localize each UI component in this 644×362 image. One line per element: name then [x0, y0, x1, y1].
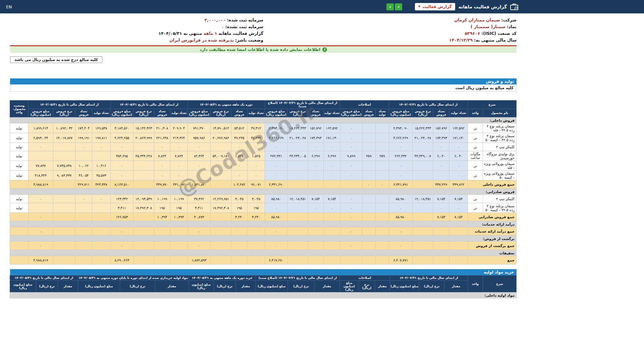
nav-arrow-right-button[interactable]: › — [395, 3, 402, 10]
value-cell — [92, 213, 110, 221]
product-row: سیمان پرتلند نوع ۲ رده ۴۲.۵ - کیسه ۵۰تن۰… — [10, 203, 516, 213]
column-header: واحد — [468, 109, 483, 117]
value-cell — [362, 195, 376, 203]
column-group-header: خرید دوره یک ماهه منتهی به ۱۴۰۴/۰۵/۳۱ — [189, 276, 256, 281]
value-cell: ۰ — [340, 161, 362, 171]
unit-cell: تن — [468, 195, 483, 203]
section-label: درآمد ارائه خدمات: — [10, 221, 516, 227]
column-header: مقدار — [444, 281, 468, 292]
value-cell — [323, 227, 340, 236]
product-name: سیمان پوزولانی ویژه - کیسه ۵۰ — [483, 171, 517, 180]
product-name: کلینکر تیپ ۲ — [483, 143, 517, 151]
value-cell — [323, 256, 340, 264]
value-cell: ۱۲,۰۹۳,۵۳۹ — [133, 195, 154, 203]
column-header: تعداد فروش — [362, 109, 376, 117]
value-cell: ۷,۱۵۴ — [449, 213, 468, 221]
value-cell — [210, 143, 231, 151]
value-cell: ۰ — [449, 143, 468, 151]
status-cell: تولید — [10, 195, 28, 203]
value-cell — [133, 227, 154, 236]
value-cell — [53, 213, 75, 221]
value-cell — [433, 256, 449, 264]
value-cell — [308, 256, 323, 264]
value-cell: ۲,۵۹۳,۰۴۴ — [28, 133, 53, 143]
column-header: نرخ فروش (ریال) — [53, 109, 75, 117]
info-row: گزارش فعالیت ماهانه ۱ ماهه‏ منتهی به ۱۴۰… — [10, 30, 263, 37]
value-cell: ۰ — [340, 213, 362, 221]
column-header: نرخ فروش (ریال) — [210, 109, 231, 117]
value-cell: ۰ — [389, 161, 413, 171]
value-cell: ۰ — [389, 203, 413, 213]
value-cell: ۱۷,۴۹۲,۳۰۸ — [133, 203, 154, 213]
info-value: پذیرفته شده در فرابورس ایران — [169, 38, 234, 43]
value-cell: ۰ — [170, 143, 187, 151]
signed-notice: i اطلاعات نمایش داده شده با اطلاعات امضا… — [10, 46, 517, 53]
value-cell: ۰ — [340, 143, 362, 151]
column-header: نرخ (ریال) — [287, 281, 314, 292]
value-cell — [133, 161, 154, 171]
column-group-header: مواد اولیه خریداری شده از ابتدای دوره تا… — [78, 276, 189, 281]
value-cell: ۰ — [449, 161, 468, 171]
navbar-main: گزارش فعالیت ماهانه گزارش فعالیت ▼ › ‹ — [386, 3, 518, 10]
company-info-right-column: شرکت: سیمان ممتازان کرماننماد: سمتار( سم… — [263, 17, 517, 44]
value-cell — [287, 161, 308, 171]
value-cell: ۴۰,۷۷۳ — [187, 213, 210, 221]
column-header: نرخ فروش (ریال) — [287, 109, 308, 117]
signed-notice-text: اطلاعات نمایش داده شده با اطلاعات امضا ش… — [200, 47, 320, 52]
value-cell — [362, 161, 376, 171]
value-cell: ۱۹۵ — [154, 203, 170, 213]
value-cell: ۶,۲۹۹ — [323, 151, 340, 161]
value-cell — [210, 171, 231, 180]
value-cell — [75, 256, 92, 264]
info-row: شرکت: سیمان ممتازان کرمان — [263, 17, 517, 23]
section-row: فروش صادراتی: — [10, 189, 516, 195]
value-cell: ۰ — [265, 171, 287, 180]
value-cell — [323, 213, 340, 221]
value-cell: ۰ — [265, 161, 287, 171]
column-group-header: اصلاحات — [340, 101, 389, 109]
column-header: مبلغ (میلیون ریال) — [189, 281, 214, 292]
value-cell: ۱۰۲,۲۸۲ — [231, 180, 247, 189]
report-type-dropdown[interactable]: گزارش فعالیت ▼ — [415, 3, 455, 10]
value-cell — [53, 195, 75, 203]
value-cell — [170, 242, 187, 250]
value-cell — [340, 180, 362, 189]
value-cell — [376, 161, 389, 171]
section-row: مواد اولیه داخلی: — [10, 292, 516, 298]
page-title: گزارش فعالیت ماهانه — [459, 4, 507, 9]
value-cell — [53, 242, 75, 250]
nav-arrow-left-button[interactable]: ‹ — [386, 3, 394, 10]
value-cell — [170, 256, 187, 264]
value-cell: ۰ — [265, 242, 287, 250]
value-cell: ۴,۶۲۴,۲۵۵ — [110, 133, 133, 143]
total-row: جمع فروش صادراتی۷,۱۵۴۷,۱۵۴۸۵,۹۸۰۰۸۵,۹۸۰۳… — [10, 213, 516, 221]
value-cell: ۳,۶۶۶,۲۶۹ — [265, 133, 287, 143]
value-cell: ۴۳,۲۳۴,۰۰۵ — [287, 151, 308, 161]
sales-table: شرحاز ابتدای سال مالی تا تاریخ ۱۴۰۴/۰۴/۳… — [10, 100, 517, 264]
value-cell: ۱۶۹,۵۳۸ — [92, 123, 110, 133]
value-cell: ۸۲,۳۶۴ — [187, 151, 210, 161]
value-cell: ۴۳,۴۴۹,۰۰۷ — [413, 151, 433, 161]
value-cell: ۰ — [28, 242, 53, 250]
value-cell: ۱۲,۰۱۸,۴۵۱ — [413, 195, 433, 203]
value-cell: ۰ — [28, 143, 53, 151]
product-row: سیمان پرتلند نوع ۲ رده ۴۲.۵ - فلهتن۱۶۲,۵… — [10, 123, 516, 133]
value-cell: ۱۰,۳۹۴ — [170, 213, 187, 221]
value-cell — [133, 171, 154, 180]
value-cell: ۷,۱۵۴ — [308, 195, 323, 203]
value-cell: ۳,۱۸۴,۵۶۰ — [110, 123, 133, 133]
value-cell: ۱۶۲,۵۹۲ — [449, 123, 468, 133]
value-cell: ۱۷۱,۱۳۰ — [323, 133, 340, 143]
value-cell: ۰ — [187, 171, 210, 180]
value-cell — [247, 242, 265, 250]
column-group-header: اصلاحات — [339, 276, 390, 281]
value-cell: ۷,۱۵۴ — [433, 213, 449, 221]
language-toggle-en[interactable]: EN — [6, 4, 12, 9]
purchase-section-title: خرید مواد اولیه — [10, 269, 517, 275]
value-cell: ۴۵,۳۳۴,۲۲۸ — [133, 151, 154, 161]
column-header: تعداد تولید — [92, 109, 110, 117]
column-header: تعداد تولید — [323, 109, 340, 117]
value-cell — [323, 242, 340, 250]
column-header: تعداد تولید — [376, 109, 389, 117]
row-label: جمع فروش داخلی — [468, 180, 517, 189]
